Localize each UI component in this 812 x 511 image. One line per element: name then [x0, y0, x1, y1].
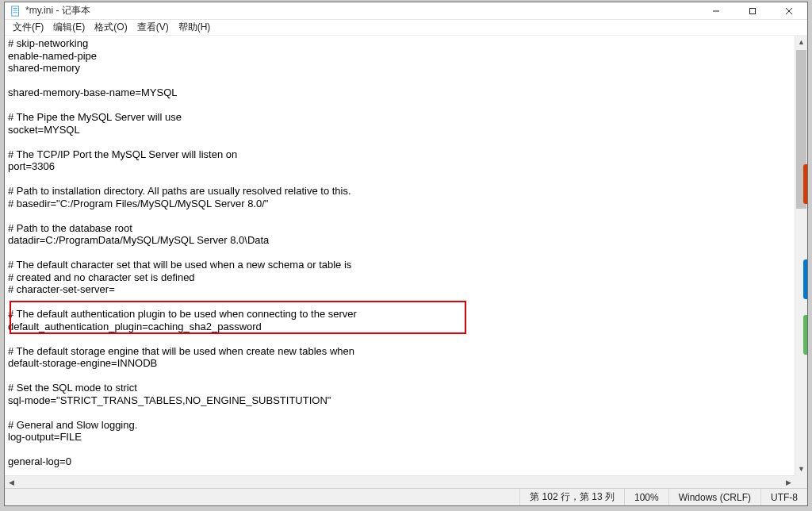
scrollbar-corner: [795, 475, 807, 488]
scroll-left-arrow-icon[interactable]: ◀: [5, 476, 17, 488]
svg-rect-0: [12, 6, 19, 15]
menubar: 文件(F) 编辑(E) 格式(O) 查看(V) 帮助(H): [5, 20, 807, 36]
statusbar: 第 102 行，第 13 列 100% Windows (CRLF) UTF-8: [5, 488, 807, 505]
notepad-icon: [10, 5, 22, 17]
notepad-window: *my.ini - 记事本 文件(F) 编辑(E) 格式(O) 查看(V) 帮助…: [4, 2, 808, 506]
window-title: *my.ini - 记事本: [25, 4, 90, 17]
titlebar[interactable]: *my.ini - 记事本: [5, 2, 807, 20]
status-position: 第 102 行，第 13 列: [519, 489, 624, 505]
menu-file[interactable]: 文件(F): [8, 20, 48, 35]
minimize-button[interactable]: [698, 2, 734, 20]
menu-help[interactable]: 帮助(H): [174, 20, 216, 35]
menu-edit[interactable]: 编辑(E): [48, 20, 90, 35]
scroll-right-arrow-icon[interactable]: ▶: [782, 476, 795, 488]
menu-format[interactable]: 格式(O): [90, 20, 132, 35]
status-zoom: 100%: [624, 489, 668, 505]
horizontal-scrollbar[interactable]: ◀ ▶: [5, 475, 795, 488]
close-button[interactable]: [771, 2, 807, 20]
vertical-scroll-thumb[interactable]: [796, 50, 806, 209]
scroll-down-arrow-icon[interactable]: ▼: [795, 463, 807, 475]
status-line-ending: Windows (CRLF): [668, 489, 760, 505]
text-editor[interactable]: # skip-networking enable-named-pipe shar…: [5, 36, 795, 475]
svg-rect-5: [750, 8, 756, 13]
vertical-scrollbar[interactable]: ▲ ▼: [795, 36, 807, 475]
scroll-up-arrow-icon[interactable]: ▲: [795, 36, 807, 48]
status-encoding: UTF-8: [760, 489, 807, 505]
status-spacer: [5, 489, 519, 505]
editor-area: # skip-networking enable-named-pipe shar…: [5, 36, 807, 488]
maximize-button[interactable]: [734, 2, 771, 20]
menu-view[interactable]: 查看(V): [132, 20, 174, 35]
